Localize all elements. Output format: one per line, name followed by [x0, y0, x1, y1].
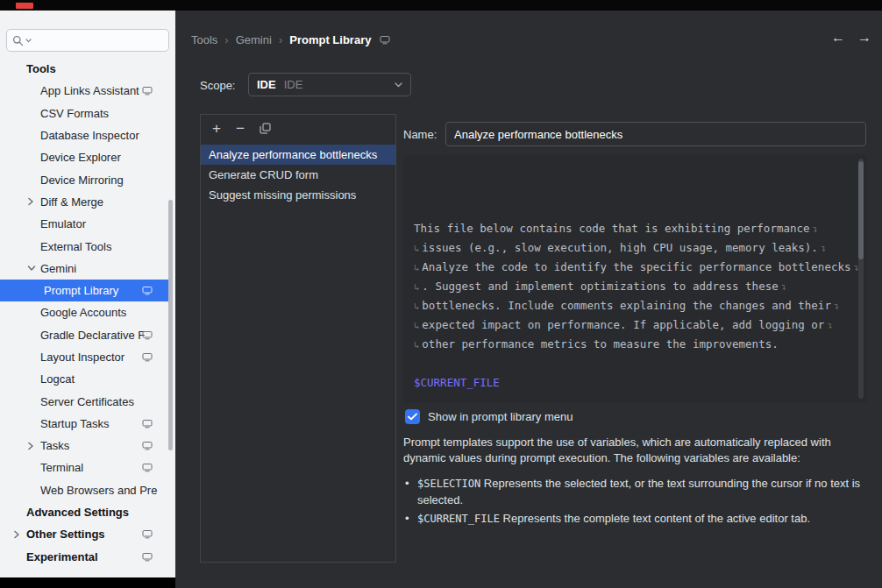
variable-name: $CURRENT_FILE	[417, 513, 500, 525]
add-prompt-button[interactable]: +	[212, 121, 221, 136]
sidebar-item-prompt-library[interactable]: Prompt Library	[0, 280, 168, 301]
sidebar-item-device-mirroring[interactable]: Device Mirroring	[0, 168, 168, 190]
sidebar-item-logcat[interactable]: Logcat	[0, 368, 168, 390]
variables-description: Prompt templates support the use of vari…	[403, 435, 863, 465]
variable-text: $CURRENT_FILE Represents the complete te…	[417, 511, 810, 528]
sidebar-item-csv-formats[interactable]: CSV Formats	[0, 103, 168, 124]
sidebar-item-label: CSV Formats	[40, 107, 109, 120]
sidebar-item-label: Other Settings	[26, 528, 105, 541]
soft-wrap-icon: ↳	[414, 262, 419, 273]
sidebar-item-web-browsers-and-pre[interactable]: Web Browsers and Pre	[0, 479, 168, 501]
sidebar-item-label: Device Explorer	[40, 151, 121, 164]
soft-wrap-icon: ↴	[813, 223, 818, 234]
prompt-item-suggest-missing-permissions[interactable]: Suggest missing permissions	[201, 185, 395, 205]
sidebar-item-database-inspector[interactable]: Database Inspector	[0, 124, 168, 146]
prompt-editor[interactable]: This file below contains code that is ex…	[403, 154, 866, 403]
scope-value: IDE	[257, 78, 276, 91]
editor-line: ↳expected impact on performance. If appl…	[414, 315, 856, 335]
android-studio-settings-window: ToolsApp Links AssistantCSV FormatsDatab…	[0, 0, 882, 588]
back-button[interactable]: ←	[831, 30, 845, 46]
sidebar-item-tasks[interactable]: Tasks	[0, 435, 168, 457]
editor-scrollbar-thumb[interactable]	[858, 161, 864, 259]
editor-text: Analyze the code to identify the specifi…	[422, 260, 850, 273]
ide-level-icon	[142, 529, 153, 539]
breadcrumb-item-prompt-library[interactable]: Prompt Library	[289, 33, 371, 46]
editor-text: bottlenecks. Include comments explaining…	[422, 299, 831, 312]
ide-level-icon	[142, 463, 153, 472]
show-in-menu-checkbox[interactable]	[405, 409, 420, 424]
prompt-item-generate-crud-form[interactable]: Generate CRUD form	[201, 165, 395, 185]
editor-line: ↳issues (e.g., slow execution, high CPU …	[414, 238, 856, 258]
sidebar-item-external-tools[interactable]: External Tools	[0, 235, 168, 257]
sidebar-item-label: Tasks	[40, 439, 69, 452]
prompt-item-analyze-performance-bottlenecks[interactable]: Analyze performance bottlenecks	[201, 145, 395, 165]
editor-scrollbar-track[interactable]	[858, 159, 864, 399]
editor-line: ↳Analyze the code to identify the specif…	[414, 258, 856, 277]
editor-text: expected impact on performance. If appli…	[422, 318, 824, 331]
settings-tree: ToolsApp Links AssistantCSV FormatsDatab…	[0, 58, 168, 568]
sidebar-item-experimental[interactable]: Experimental	[0, 546, 168, 568]
copy-icon	[260, 123, 271, 134]
sidebar-item-diff-merge[interactable]: Diff & Merge	[0, 191, 168, 213]
settings-content: Tools›Gemini›Prompt Library ← → Scope: I…	[175, 11, 882, 588]
editor-text: issues (e.g., slow execution, high CPU u…	[422, 241, 818, 254]
sidebar-item-emulator[interactable]: Emulator	[0, 213, 168, 235]
sidebar-item-layout-inspector[interactable]: Layout Inspector	[0, 346, 168, 368]
sidebar-item-device-explorer[interactable]: Device Explorer	[0, 146, 168, 168]
sidebar-item-label: Advanced Settings	[26, 506, 129, 519]
editor-variable: $CURRENT_FILE	[414, 376, 500, 389]
sidebar-item-label: Terminal	[40, 461, 83, 474]
prompt-name-input[interactable]	[445, 122, 866, 146]
duplicate-prompt-button[interactable]	[260, 123, 271, 134]
ide-level-icon	[380, 35, 390, 45]
chevron-down-icon[interactable]	[27, 265, 36, 272]
prompt-name-label: Name:	[403, 128, 437, 141]
variable-text: $SELECTION Represents the selected text,…	[417, 476, 866, 507]
breadcrumb-item-gemini[interactable]: Gemini	[236, 33, 272, 46]
history-nav: ← →	[831, 30, 871, 46]
chevron-right-icon[interactable]	[27, 197, 34, 206]
record-indicator	[16, 3, 33, 9]
ide-level-icon	[142, 286, 153, 295]
ide-level-icon	[142, 330, 153, 340]
forward-button[interactable]: →	[857, 30, 871, 46]
chevron-right-icon[interactable]	[27, 442, 34, 450]
settings-search[interactable]	[6, 29, 169, 52]
prompt-list-toolbar: + −	[201, 115, 395, 142]
sidebar-item-label: Server Certificates	[40, 395, 134, 408]
breadcrumb: Tools›Gemini›Prompt Library	[191, 32, 390, 47]
sidebar-item-startup-tasks[interactable]: Startup Tasks	[0, 413, 168, 435]
search-input[interactable]	[35, 33, 163, 48]
ide-level-icon	[142, 552, 153, 562]
sidebar-item-google-accounts[interactable]: Google Accounts	[0, 301, 168, 323]
chevron-right-icon[interactable]	[13, 530, 20, 539]
sidebar-item-gradle-declarative-f[interactable]: Gradle Declarative F	[0, 324, 168, 346]
breadcrumb-item-tools[interactable]: Tools	[191, 33, 217, 46]
prompt-list-panel: + − Analyze performance bottlenecksGener…	[200, 114, 396, 563]
sidebar-item-label: Database Inspector	[40, 129, 139, 142]
sidebar-item-label: External Tools	[40, 240, 111, 253]
search-history-caret-icon[interactable]	[25, 39, 32, 43]
soft-wrap-icon: ↴	[821, 243, 826, 253]
sidebar-item-tools[interactable]: Tools	[0, 58, 168, 80]
sidebar-item-gemini[interactable]: Gemini	[0, 258, 168, 280]
sidebar-item-label: Google Accounts	[40, 306, 126, 319]
scope-label: Scope:	[200, 79, 235, 92]
chevron-down-icon	[395, 82, 402, 88]
breadcrumb-separator: ›	[279, 33, 282, 46]
breadcrumb-separator: ›	[224, 33, 228, 46]
sidebar-scrollbar-thumb[interactable]	[168, 200, 173, 450]
soft-wrap-icon: ↴	[781, 281, 786, 292]
ide-level-icon	[142, 352, 153, 362]
show-in-menu-label[interactable]: Show in prompt library menu	[428, 410, 573, 423]
scope-dropdown[interactable]: IDE IDE	[248, 73, 411, 96]
sidebar-item-server-certificates[interactable]: Server Certificates	[0, 390, 168, 412]
sidebar-item-terminal[interactable]: Terminal	[0, 457, 168, 478]
sidebar-item-other-settings[interactable]: Other Settings	[0, 523, 168, 545]
ide-level-icon	[142, 86, 153, 96]
prompt-list: Analyze performance bottlenecksGenerate …	[201, 145, 395, 205]
remove-prompt-button[interactable]: −	[236, 121, 245, 136]
sidebar-item-advanced-settings[interactable]: Advanced Settings	[0, 501, 168, 523]
ide-level-icon	[142, 441, 153, 450]
sidebar-item-app-links-assistant[interactable]: App Links Assistant	[0, 80, 168, 102]
